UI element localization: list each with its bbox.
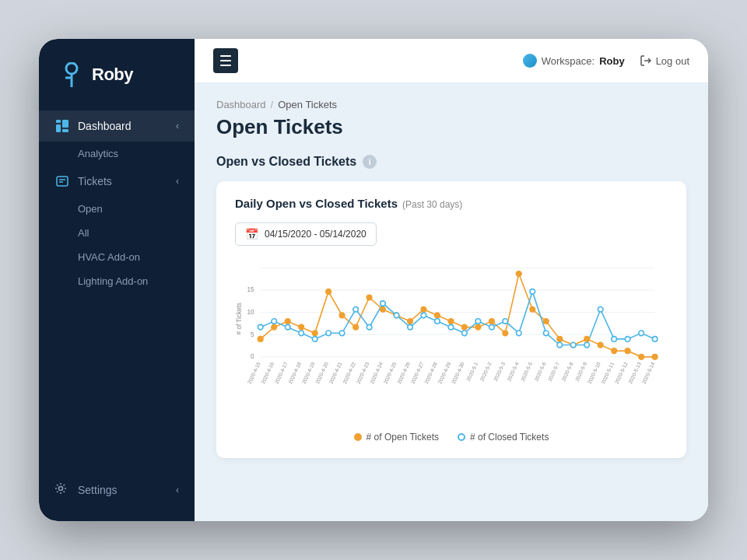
svg-point-76	[584, 342, 590, 348]
sidebar-item-analytics[interactable]: Analytics	[39, 142, 195, 166]
svg-text:2020-4-30: 2020-4-30	[451, 361, 465, 384]
svg-text:2020-4-20: 2020-4-20	[314, 361, 329, 384]
chart-header: Daily Open vs Closed Tickets (Past 30 da…	[235, 197, 668, 213]
svg-point-64	[421, 313, 426, 318]
svg-text:2020-4-26: 2020-4-26	[396, 361, 411, 384]
legend-dot-closed	[458, 433, 465, 441]
page-body: Dashboard / Open Tickets Open Tickets Op…	[195, 83, 708, 521]
svg-rect-6	[62, 129, 68, 132]
legend-open-label: # of Open Tickets	[366, 432, 439, 443]
svg-text:2020-4-25: 2020-4-25	[382, 361, 397, 384]
svg-point-61	[381, 301, 386, 306]
breadcrumb-parent: Dashboard	[216, 99, 266, 110]
sidebar-item-open[interactable]: Open	[39, 197, 195, 221]
chart-area: 0 5 10 15 # of Tickets 2020-4-152020-4-1…	[235, 255, 668, 424]
svg-point-34	[421, 306, 426, 312]
svg-point-46	[584, 337, 590, 342]
svg-point-77	[598, 306, 603, 312]
svg-text:2020-5-7: 2020-5-7	[547, 361, 561, 382]
svg-text:10: 10	[247, 309, 254, 316]
sidebar-item-lighting[interactable]: Lighting Add-on	[39, 269, 195, 293]
svg-point-67	[462, 331, 468, 336]
svg-text:2020-4-22: 2020-4-22	[342, 361, 356, 384]
svg-point-56	[312, 337, 317, 342]
menu-button[interactable]	[213, 48, 238, 73]
svg-point-59	[353, 306, 359, 312]
svg-text:5: 5	[251, 331, 254, 338]
page-title: Open Tickets	[216, 115, 686, 139]
all-label: All	[78, 227, 89, 239]
svg-point-57	[326, 331, 331, 336]
svg-point-60	[366, 324, 372, 330]
svg-point-35	[435, 313, 440, 318]
svg-point-80	[639, 331, 644, 336]
hamburger-icon	[220, 55, 231, 66]
sidebar-item-hvac[interactable]: HVAC Add-on	[39, 245, 195, 269]
legend-closed-label: # of Closed Tickets	[470, 432, 549, 443]
svg-point-29	[353, 324, 359, 330]
tickets-label: Tickets	[78, 175, 112, 187]
svg-point-71	[517, 331, 522, 336]
svg-point-63	[408, 324, 413, 330]
svg-point-78	[612, 337, 617, 342]
svg-point-50	[639, 355, 644, 360]
sidebar-item-tickets[interactable]: Tickets ‹	[39, 166, 195, 197]
svg-point-51	[652, 355, 658, 360]
sidebar-nav: Dashboard ‹ Analytics Tickets ‹ Open	[39, 104, 195, 474]
svg-point-73	[544, 331, 549, 336]
svg-point-49	[625, 348, 630, 354]
svg-point-41	[517, 271, 522, 277]
svg-text:2020-5-4: 2020-5-4	[506, 361, 520, 382]
svg-point-40	[503, 331, 508, 336]
topbar: Workspace: Roby Log out	[195, 39, 708, 83]
calendar-icon: 📅	[245, 228, 258, 240]
svg-text:2020-4-16: 2020-4-16	[260, 361, 275, 384]
settings-label: Settings	[78, 484, 117, 496]
svg-point-43	[544, 319, 549, 324]
tickets-chevron: ‹	[176, 176, 179, 187]
svg-text:2020-5-13: 2020-5-13	[627, 361, 642, 384]
svg-text:2020-5-10: 2020-5-10	[587, 361, 601, 384]
svg-text:2020-5-3: 2020-5-3	[493, 361, 507, 382]
svg-point-54	[285, 324, 290, 330]
svg-text:2020-4-21: 2020-4-21	[328, 361, 343, 384]
svg-point-48	[612, 348, 617, 354]
logout-button[interactable]: Log out	[640, 55, 689, 67]
svg-point-22	[258, 337, 263, 342]
dashboard-chevron: ‹	[176, 121, 179, 131]
date-picker[interactable]: 📅 04/15/2020 - 05/14/2020	[235, 222, 377, 246]
svg-point-39	[489, 319, 495, 324]
logo: Roby	[39, 39, 195, 104]
hvac-label: HVAC Add-on	[78, 251, 140, 263]
sidebar-item-dashboard[interactable]: Dashboard ‹	[39, 110, 195, 142]
svg-point-74	[557, 342, 563, 348]
logo-text: Roby	[92, 65, 133, 85]
svg-point-58	[339, 331, 345, 336]
chart-card: Daily Open vs Closed Tickets (Past 30 da…	[216, 181, 686, 458]
legend-open: # of Open Tickets	[354, 432, 439, 443]
svg-point-10	[59, 487, 63, 491]
svg-point-26	[312, 331, 317, 336]
svg-point-38	[475, 324, 481, 330]
svg-point-33	[408, 319, 413, 324]
svg-point-25	[299, 324, 304, 330]
svg-text:2020-5-1: 2020-5-1	[465, 361, 479, 382]
section-title: Open vs Closed Tickets i	[216, 155, 686, 169]
svg-point-75	[570, 342, 576, 348]
sidebar-item-settings[interactable]: Settings ‹	[39, 474, 195, 506]
logout-icon	[640, 55, 651, 66]
svg-point-65	[435, 319, 440, 324]
info-icon[interactable]: i	[363, 155, 377, 169]
svg-text:2020-4-19: 2020-4-19	[301, 361, 316, 384]
dashboard-icon	[54, 118, 70, 134]
settings-icon	[54, 482, 70, 498]
breadcrumb-separator: /	[271, 99, 274, 110]
svg-text:15: 15	[247, 286, 254, 293]
sidebar-item-all[interactable]: All	[39, 221, 195, 245]
svg-rect-3	[56, 120, 61, 123]
svg-point-62	[394, 313, 399, 318]
chart-title: Daily Open vs Closed Tickets	[235, 197, 398, 210]
svg-point-47	[598, 342, 603, 348]
svg-rect-4	[56, 124, 61, 132]
svg-point-53	[272, 319, 277, 324]
